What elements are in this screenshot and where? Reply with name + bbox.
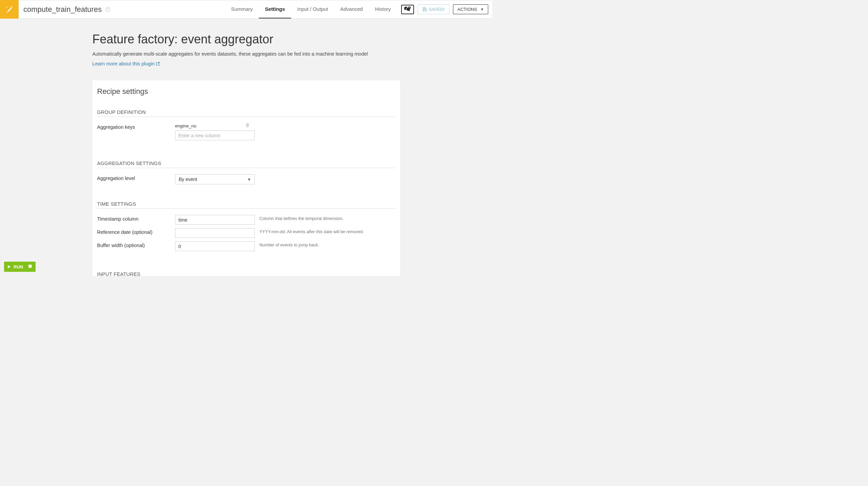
recipe-icon (0, 0, 19, 19)
content-scroll[interactable]: Feature factory: event aggregator Automa… (0, 19, 492, 276)
new-column-input[interactable] (175, 130, 255, 140)
section-input-features: INPUT FEATURES (97, 271, 395, 276)
saved-button: SAVED! (417, 4, 450, 14)
saved-label: SAVED! (429, 7, 445, 12)
reference-date-input[interactable] (175, 228, 255, 238)
topbar: compute_train_features Summary Settings … (0, 0, 492, 19)
timestamp-column-hint: Column that defines the temporal dimensi… (260, 215, 344, 221)
caret-down-icon: ▼ (480, 7, 484, 11)
gear-icon (26, 264, 32, 269)
reference-date-row: Reference date (optional) YYYY-mm-dd. Al… (97, 228, 395, 238)
tab-history[interactable]: History (369, 0, 397, 19)
aggregation-level-value: By event (179, 177, 197, 182)
recipe-settings-panel: Recipe settings GROUP DEFINITION Aggrega… (92, 80, 400, 276)
section-group-definition: GROUP DEFINITION (97, 109, 395, 117)
main-subtitle: Automatically generate multi-scale aggre… (92, 51, 400, 57)
aggregation-key-item: engine_no (175, 123, 250, 128)
tab-summary[interactable]: Summary (225, 0, 259, 19)
timestamp-column-input[interactable] (175, 215, 255, 225)
tab-advanced[interactable]: Advanced (334, 0, 369, 19)
content: Feature factory: event aggregator Automa… (92, 19, 400, 276)
top-actions: SAVED! ACTIONS ▼ (397, 4, 492, 14)
discussions-button[interactable] (401, 5, 414, 14)
actions-label: ACTIONS (457, 7, 477, 12)
learn-more-link[interactable]: Learn more about this plugin (92, 61, 160, 66)
caret-down-icon: ▼ (248, 178, 251, 181)
navigate-icon[interactable] (105, 7, 110, 12)
buffer-width-input[interactable] (175, 241, 255, 251)
tab-input-output[interactable]: Input / Output (291, 0, 334, 19)
timestamp-column-row: Timestamp column Column that defines the… (97, 215, 395, 225)
aggregation-level-select[interactable]: By event ▼ (175, 174, 255, 184)
tabs: Summary Settings Input / Output Advanced… (225, 0, 397, 19)
buffer-width-hint: Number of events to jump back. (260, 241, 319, 247)
page-title: compute_train_features (23, 5, 102, 14)
run-bar: RUN (4, 262, 36, 272)
tab-settings[interactable]: Settings (259, 0, 291, 19)
aggregation-level-label: Aggregation level (97, 174, 175, 181)
section-aggregation-settings: AGGREGATION SETTINGS (97, 161, 395, 168)
run-label: RUN (14, 264, 23, 269)
main-heading: Feature factory: event aggregator (92, 32, 400, 46)
buffer-width-label: Buffer width (optional) (97, 241, 175, 248)
section-time-settings: TIME SETTINGS (97, 201, 395, 209)
aggregation-level-row: Aggregation level By event ▼ (97, 174, 395, 184)
run-button[interactable]: RUN (4, 262, 36, 272)
learn-more-label: Learn more about this plugin (92, 61, 155, 66)
aggregation-keys-row: Aggregation keys engine_no (97, 123, 395, 140)
play-icon (7, 265, 11, 268)
buffer-width-row: Buffer width (optional) Number of events… (97, 241, 395, 251)
timestamp-column-label: Timestamp column (97, 215, 175, 222)
aggregation-key-value: engine_no (175, 123, 197, 128)
aggregation-keys-label: Aggregation keys (97, 123, 175, 130)
actions-button[interactable]: ACTIONS ▼ (453, 4, 488, 14)
panel-title: Recipe settings (97, 87, 395, 96)
reference-date-label: Reference date (optional) (97, 228, 175, 235)
reference-date-hint: YYYY-mm-dd. All events after this date w… (260, 228, 364, 234)
trash-icon[interactable] (245, 123, 250, 128)
